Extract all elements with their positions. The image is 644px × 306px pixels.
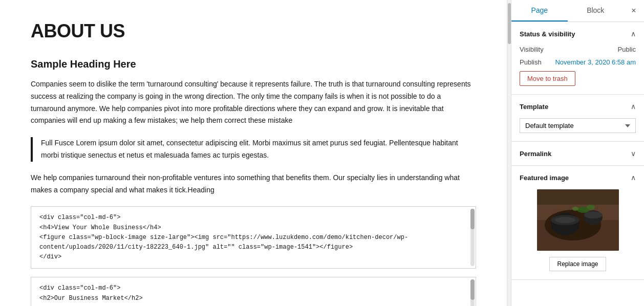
code-line: <div class="col-md-6"> <box>39 213 467 223</box>
template-content: Default template Full Width Blank <box>511 118 644 141</box>
code-line: </div> <box>39 252 467 262</box>
move-to-trash-button[interactable]: Move to trash <box>520 71 575 86</box>
code-line: <h4>View Your Whole Business</h4> <box>39 223 467 233</box>
permalink-header[interactable]: Permalink <box>511 142 644 165</box>
svg-point-9 <box>572 207 578 211</box>
code-line: <figure class="wp-block-image size-large… <box>39 233 467 243</box>
sidebar: Page Block × Status & visibility Visibil… <box>511 0 644 306</box>
main-content: ABOUT US Sample Heading Here Companies s… <box>0 0 507 306</box>
chevron-up-icon <box>631 29 636 38</box>
template-header[interactable]: Template <box>511 95 644 118</box>
featured-image-thumbnail[interactable] <box>537 189 619 251</box>
section-template: Template Default template Full Width Bla… <box>511 95 644 142</box>
section-heading: Sample Heading Here <box>31 58 476 70</box>
tab-page[interactable]: Page <box>511 0 568 21</box>
sidebar-header: Page Block × <box>511 0 644 22</box>
visibility-label: Visibility <box>520 46 544 53</box>
template-select[interactable]: Default template Full Width Blank <box>520 118 636 133</box>
svg-point-10 <box>555 217 575 223</box>
visibility-row: Visibility Public <box>520 46 636 53</box>
publish-value: November 3, 2020 6:58 am <box>555 58 636 66</box>
code-line: <h2>Our Business Market</h2> <box>39 294 467 303</box>
section-permalink: Permalink <box>511 142 644 166</box>
featured-image-title: Featured image <box>520 174 569 182</box>
template-title: Template <box>520 103 548 111</box>
status-visibility-header[interactable]: Status & visibility <box>511 22 644 46</box>
chevron-up-icon <box>631 102 636 111</box>
code-line: content/uploads/2020/11/city-182223_640-… <box>39 243 467 252</box>
status-visibility-title: Status & visibility <box>520 30 575 38</box>
chevron-up-icon <box>631 173 636 182</box>
page-title: ABOUT US <box>31 20 476 42</box>
featured-image-content: Replace image <box>511 189 644 279</box>
chevron-down-icon <box>631 149 636 158</box>
publish-label: Publish <box>520 58 542 66</box>
close-button[interactable]: × <box>624 1 644 21</box>
featured-image-svg <box>537 189 619 251</box>
blockquote-text: Full Fusce Lorem ipsum dolor sit amet, c… <box>41 137 476 162</box>
svg-point-6 <box>584 211 603 218</box>
sidebar-body: Status & visibility Visibility Public Pu… <box>511 22 644 306</box>
status-visibility-content: Visibility Public Publish November 3, 20… <box>511 46 644 94</box>
body-text-2: We help companies turnaround their non-p… <box>31 172 476 196</box>
publish-row: Publish November 3, 2020 6:58 am <box>520 58 636 66</box>
main-scrollbar-thumb <box>508 3 511 44</box>
main-scrollbar[interactable] <box>507 0 511 306</box>
svg-rect-11 <box>537 189 619 205</box>
code-line: <div class="col-md-6"> <box>39 283 467 293</box>
body-text-1: Companies seem to dislike the term 'turn… <box>31 78 476 127</box>
code-block-2: <div class="col-md-6"> <h2>Our Business … <box>31 277 476 306</box>
visibility-value: Public <box>618 46 636 53</box>
svg-point-8 <box>587 205 595 210</box>
code-block-1: <div class="col-md-6"> <h4>View Your Who… <box>31 206 476 269</box>
section-featured-image: Featured image <box>511 166 644 280</box>
section-status-visibility: Status & visibility Visibility Public Pu… <box>511 22 644 95</box>
blockquote: Full Fusce Lorem ipsum dolor sit amet, c… <box>31 137 476 162</box>
permalink-title: Permalink <box>520 150 551 158</box>
featured-image-header[interactable]: Featured image <box>511 166 644 189</box>
tab-block[interactable]: Block <box>568 0 624 21</box>
replace-image-button[interactable]: Replace image <box>549 257 606 271</box>
